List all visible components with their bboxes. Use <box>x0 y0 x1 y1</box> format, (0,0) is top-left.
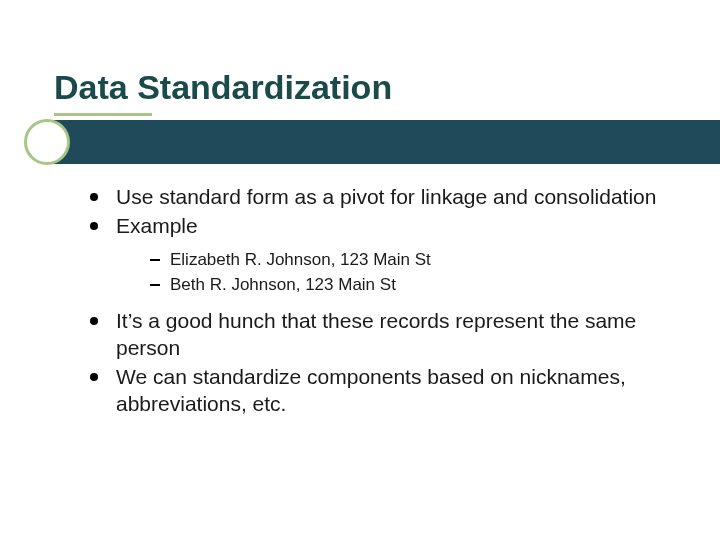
header-bar <box>50 120 720 164</box>
sub-bullet-text: Beth R. Johnson, 123 Main St <box>170 275 396 294</box>
slide-title: Data Standardization <box>54 68 680 107</box>
sub-bullet-text: Elizabeth R. Johnson, 123 Main St <box>170 250 431 269</box>
bullet-item: Example Elizabeth R. Johnson, 123 Main S… <box>82 213 664 298</box>
bullet-item: Use standard form as a pivot for linkage… <box>82 184 664 211</box>
bullet-item: It’s a good hunch that these records rep… <box>82 308 664 362</box>
sub-bullet-item: Elizabeth R. Johnson, 123 Main St <box>146 248 664 273</box>
bullet-item: We can standardize components based on n… <box>82 364 664 418</box>
bullet-text: Example <box>116 214 198 237</box>
sub-bullet-list: Elizabeth R. Johnson, 123 Main St Beth R… <box>116 248 664 298</box>
body-content: Use standard form as a pivot for linkage… <box>82 184 664 420</box>
title-area: Data Standardization <box>54 68 680 116</box>
sub-bullet-item: Beth R. Johnson, 123 Main St <box>146 273 664 298</box>
bullet-text: Use standard form as a pivot for linkage… <box>116 185 656 208</box>
bullet-text: It’s a good hunch that these records rep… <box>116 309 636 359</box>
slide: Data Standardization Use standard form a… <box>0 0 720 540</box>
bullet-list: Use standard form as a pivot for linkage… <box>82 184 664 418</box>
accent-underline <box>54 113 152 116</box>
bullet-text: We can standardize components based on n… <box>116 365 626 415</box>
